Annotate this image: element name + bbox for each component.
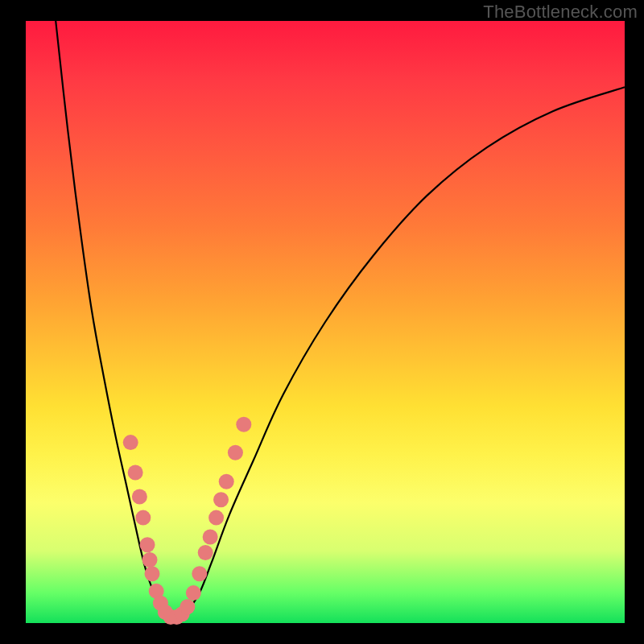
- data-markers: [123, 417, 252, 625]
- bottleneck-curve: [56, 21, 625, 617]
- data-marker: [123, 435, 138, 450]
- data-marker: [208, 510, 224, 526]
- data-marker: [132, 489, 147, 504]
- data-marker: [236, 417, 251, 432]
- data-marker: [213, 492, 229, 507]
- plot-area: [26, 21, 625, 623]
- data-marker: [203, 530, 218, 545]
- data-marker: [128, 465, 143, 481]
- data-marker: [219, 474, 234, 489]
- data-marker: [135, 510, 151, 526]
- chart-frame: TheBottleneck.com: [0, 0, 644, 644]
- data-marker: [142, 552, 158, 568]
- data-marker: [186, 585, 201, 601]
- data-marker: [198, 545, 213, 560]
- curve-layer: [26, 21, 625, 623]
- data-marker: [228, 445, 243, 460]
- data-marker: [144, 566, 159, 581]
- data-marker: [192, 566, 207, 581]
- data-marker: [140, 537, 155, 552]
- data-marker: [180, 599, 195, 614]
- watermark-text: TheBottleneck.com: [483, 2, 638, 23]
